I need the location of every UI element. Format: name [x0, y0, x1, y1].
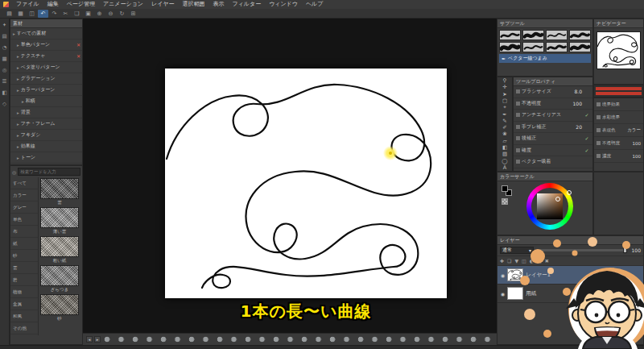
material-tree-item[interactable]: ▸ テクスチャ ✕: [10, 51, 82, 62]
material-filter-item[interactable]: 布: [10, 226, 38, 238]
new-file-icon[interactable]: ▤: [4, 10, 14, 18]
material-tree-item[interactable]: ▸ すべての素材: [10, 28, 82, 39]
material-filter-item[interactable]: 砂: [10, 250, 38, 262]
material-filter-item[interactable]: 紙: [10, 238, 38, 250]
subtool-stroke-thumbnail[interactable]: [546, 30, 568, 40]
subtool-stroke-thumbnail[interactable]: [499, 42, 521, 52]
subtool-stroke-thumbnail[interactable]: [522, 42, 544, 52]
texture-material-item[interactable]: 雲: [40, 178, 80, 206]
operation-tool-icon[interactable]: ➤: [497, 91, 512, 98]
grid-icon[interactable]: ⊞: [128, 10, 138, 18]
search-icon[interactable]: ◎: [2, 68, 7, 73]
tool-property-row[interactable]: ブラシサイズ 8.0: [514, 86, 592, 98]
menu-item[interactable]: 編集: [43, 0, 63, 9]
next-frame-icon[interactable]: ▸: [94, 336, 101, 343]
copy-icon[interactable]: ❏: [72, 10, 82, 18]
material-filter-item[interactable]: グレー: [10, 202, 38, 214]
fill-tool-icon[interactable]: ◧: [497, 144, 512, 151]
material-filter-item[interactable]: 岩: [10, 274, 38, 286]
material-filter-item[interactable]: 単色: [10, 214, 38, 226]
layer-list-icon[interactable]: ▦: [2, 56, 6, 62]
selection-tool-icon[interactable]: ▢: [497, 98, 512, 104]
rotate-view-icon[interactable]: ↻: [117, 10, 127, 18]
material-tree-item[interactable]: ▸ グラデーション: [10, 73, 82, 85]
layer-property-row[interactable]: 濃度 100: [594, 150, 643, 163]
zoom-in-icon[interactable]: ⊕: [94, 10, 105, 18]
transparent-color-chip[interactable]: [502, 198, 508, 205]
menu-item[interactable]: 表示: [208, 0, 228, 9]
texture-material-item[interactable]: ざらつき: [40, 265, 80, 293]
texture-material-item[interactable]: 砂: [40, 294, 80, 322]
checkbox[interactable]: ✓: [584, 112, 590, 118]
remove-tag-icon[interactable]: ✕: [76, 42, 80, 48]
material-tree-item[interactable]: ▸ カラーパターン: [10, 85, 82, 96]
material-tree-item[interactable]: ▸ 効果線: [10, 141, 82, 152]
canvas[interactable]: [165, 69, 447, 298]
subtool-stroke-thumbnail[interactable]: [569, 42, 591, 52]
eraser-tool-icon[interactable]: ▱: [497, 138, 512, 144]
layer-property-row[interactable]: 水彩境界: [594, 111, 643, 124]
material-filter-item[interactable]: すべて: [10, 177, 38, 189]
tool-property-row[interactable]: 不透明度 100: [514, 98, 592, 110]
text-tool-icon[interactable]: A: [497, 164, 512, 171]
material-filter-item[interactable]: その他: [10, 322, 38, 334]
move-tool-icon[interactable]: ✛: [497, 84, 512, 90]
material-search-input[interactable]: [18, 168, 80, 176]
tool-property-row[interactable]: ベクター吸着: [514, 156, 592, 168]
quick-access-icon[interactable]: ✦: [2, 23, 6, 28]
subtool-stroke-thumbnail[interactable]: [569, 30, 591, 40]
checkbox[interactable]: ✓: [584, 135, 590, 141]
menu-item[interactable]: フィルター: [228, 0, 265, 9]
subtool-stroke-thumbnail[interactable]: [499, 30, 521, 40]
layer-property-row[interactable]: 不透明度 100: [594, 137, 643, 150]
pen-tool-icon[interactable]: ✒: [497, 110, 512, 117]
subtool-stroke-thumbnail[interactable]: [522, 30, 544, 40]
menu-item[interactable]: レイヤー: [147, 0, 179, 9]
tool-property-row[interactable]: 手ブレ補正 20: [514, 122, 592, 134]
info-icon[interactable]: ☰: [2, 79, 7, 85]
redo-icon[interactable]: ↷: [49, 10, 60, 18]
new-folder-icon[interactable]: ❏: [507, 258, 511, 264]
material-filter-item[interactable]: 雲: [10, 262, 38, 274]
material-tree-item[interactable]: ▸ フチ・フレーム: [10, 118, 82, 130]
tool-property-row[interactable]: 後補正 ✓: [514, 133, 592, 145]
layer-property-row[interactable]: 表現色 カラー: [594, 124, 643, 137]
timeline-frame-dots[interactable]: [104, 335, 492, 343]
menu-item[interactable]: ウィンドウ: [265, 0, 302, 9]
material-tree-item[interactable]: ▸ 背景: [10, 107, 82, 118]
paste-icon[interactable]: ▣: [83, 10, 93, 18]
material-filter-item[interactable]: 植物: [10, 286, 38, 298]
new-layer-icon[interactable]: ✚: [500, 258, 504, 264]
layer-property-row[interactable]: 境界効果: [594, 98, 643, 111]
decoration-tool-icon[interactable]: ❀: [497, 131, 512, 137]
menu-item[interactable]: 選択範囲: [178, 0, 208, 9]
material-tree-item[interactable]: ▸ 和柄: [10, 96, 82, 107]
clip-icon[interactable]: ◇: [2, 102, 6, 107]
gradient-tool-icon[interactable]: ▨: [497, 151, 512, 157]
zoom-tool-icon[interactable]: ⚲: [497, 77, 512, 84]
visibility-eye-icon[interactable]: ◉: [501, 272, 505, 278]
menu-item[interactable]: アニメーション: [99, 0, 147, 9]
pencil-tool-icon[interactable]: ✎: [497, 118, 512, 124]
brush-tool-icon[interactable]: ✐: [497, 124, 512, 131]
checkbox[interactable]: ✓: [584, 147, 590, 153]
undo-icon[interactable]: ↶: [38, 10, 48, 18]
texture-material-item[interactable]: 薄い雲: [40, 207, 80, 235]
subtool-selected-row[interactable]: ✒ ベクター線つまみ: [499, 54, 591, 63]
history-icon[interactable]: ◔: [2, 45, 7, 51]
material-filter-item[interactable]: カラー: [10, 189, 38, 202]
zoom-out-icon[interactable]: ⊖: [105, 10, 116, 18]
material-tree-item[interactable]: ▸ フキダシ: [10, 130, 82, 141]
cut-icon[interactable]: ✂: [60, 10, 71, 18]
tool-property-row[interactable]: アンチエイリアス ✓: [514, 110, 592, 122]
material-panel-icon[interactable]: ▤: [2, 34, 6, 39]
menu-item[interactable]: ヘルプ: [302, 0, 328, 9]
tool-property-row[interactable]: 確度 ✓: [514, 145, 592, 157]
save-icon[interactable]: ◫: [27, 10, 37, 18]
menu-item[interactable]: ページ管理: [63, 0, 99, 9]
subtool-stroke-thumbnail[interactable]: [546, 42, 568, 52]
material-tree-item[interactable]: ▸ 単色パターン ✕: [10, 39, 82, 51]
menu-item[interactable]: ファイル: [12, 0, 43, 9]
open-file-icon[interactable]: ▦: [15, 10, 26, 18]
visibility-eye-icon[interactable]: ◉: [501, 291, 505, 297]
